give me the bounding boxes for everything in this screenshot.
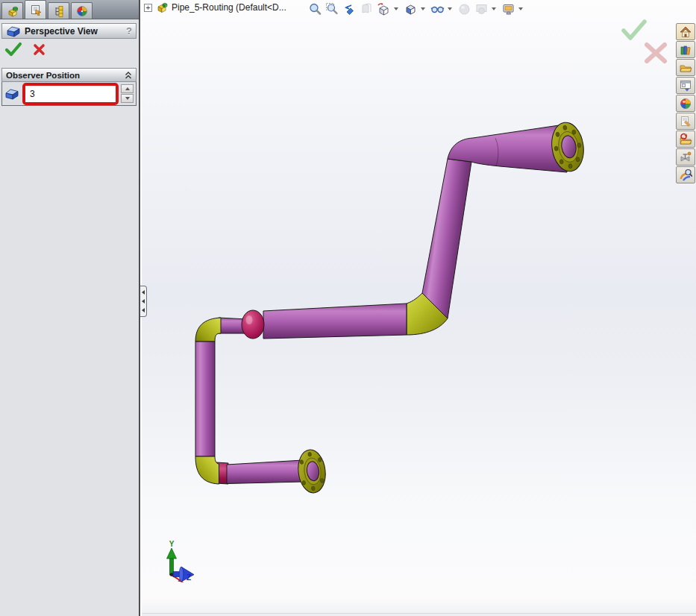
elbow-bottom[interactable] bbox=[195, 456, 219, 484]
view-orientation-button[interactable] bbox=[376, 1, 392, 16]
z-axis-cone-base bbox=[179, 567, 184, 582]
panel-splitter-handle[interactable] bbox=[140, 286, 147, 317]
view-palette-icon bbox=[679, 79, 692, 92]
task-pane-strip bbox=[676, 23, 696, 184]
tab-propertymanager[interactable] bbox=[25, 0, 46, 19]
solidworks-window: Perspective View ? Observer Position bbox=[0, 0, 696, 616]
file-explorer-button[interactable] bbox=[676, 59, 695, 76]
display-style-button[interactable] bbox=[403, 1, 418, 16]
glasses-icon bbox=[430, 2, 445, 16]
configurationmanager-icon bbox=[53, 5, 65, 17]
graphics-viewport[interactable]: Y Z + Pipe_5-Routing (Default<D... bbox=[142, 0, 696, 616]
zoom-to-area-icon bbox=[325, 2, 339, 16]
pipe-diagonal[interactable] bbox=[422, 159, 471, 318]
view-orientation-dropdown[interactable] bbox=[394, 7, 398, 10]
collapse-arrow-icon bbox=[142, 290, 145, 295]
pipe-assembly[interactable] bbox=[195, 120, 586, 494]
hide-show-items-button[interactable] bbox=[430, 1, 445, 16]
propertymanager-header: Perspective View ? bbox=[1, 23, 137, 39]
collapse-chevron-icon[interactable] bbox=[125, 72, 132, 79]
collapse-arrow-icon bbox=[142, 308, 145, 312]
tree-expand-box[interactable]: + bbox=[144, 4, 152, 12]
triad-origin bbox=[170, 573, 173, 576]
property-manager-panel: Perspective View ? Observer Position bbox=[0, 0, 140, 616]
display-style-dropdown[interactable] bbox=[421, 7, 425, 10]
color-sphere-icon bbox=[679, 97, 692, 110]
section-view-button[interactable] bbox=[359, 1, 374, 16]
help-icon[interactable]: ? bbox=[126, 25, 132, 37]
pipe-bottom[interactable] bbox=[227, 460, 303, 484]
tab-configurationmanager[interactable] bbox=[48, 2, 69, 19]
previous-view-icon bbox=[342, 2, 357, 16]
design-library-button[interactable] bbox=[676, 41, 695, 58]
apply-scene-dropdown[interactable] bbox=[492, 7, 496, 10]
tab-displaymanager[interactable] bbox=[71, 2, 93, 19]
apply-scene-button[interactable] bbox=[474, 1, 489, 16]
custom-properties-icon bbox=[679, 115, 692, 128]
appearance-sphere-icon bbox=[457, 2, 471, 16]
feature-tree-label[interactable]: Pipe_5-Routing (Default<D... bbox=[172, 2, 286, 13]
feature-tree-item[interactable]: + Pipe_5-Routing (Default<D... bbox=[144, 1, 286, 13]
z-axis-label: Z bbox=[186, 573, 191, 582]
ok-check-button[interactable] bbox=[4, 42, 22, 57]
confirmation-ok-button[interactable] bbox=[621, 19, 648, 43]
heads-up-toolbar bbox=[307, 1, 527, 16]
view-orientation-icon bbox=[377, 2, 391, 16]
featuremanager-icon bbox=[7, 5, 19, 17]
flange-bottom[interactable] bbox=[296, 448, 328, 494]
document-recovery-button[interactable] bbox=[676, 131, 695, 148]
pipe-middle[interactable] bbox=[263, 304, 407, 339]
zoom-to-area-button[interactable] bbox=[325, 1, 340, 16]
routing-library-manager-button[interactable] bbox=[676, 166, 695, 183]
spin-down-icon bbox=[125, 97, 130, 100]
hide-show-dropdown[interactable] bbox=[448, 7, 452, 10]
solidworks-resources-button[interactable] bbox=[676, 23, 695, 40]
observer-position-input[interactable] bbox=[25, 86, 116, 102]
home-icon bbox=[679, 25, 692, 39]
zoom-to-fit-button[interactable] bbox=[307, 1, 323, 16]
view-settings-button[interactable] bbox=[501, 1, 516, 16]
confirm-row bbox=[4, 42, 46, 57]
value-spinner bbox=[121, 84, 134, 103]
perspective-box-icon bbox=[6, 25, 21, 37]
folder-icon bbox=[679, 61, 692, 75]
elbow-middle-left[interactable] bbox=[195, 318, 221, 342]
zoom-to-fit-icon bbox=[308, 2, 322, 16]
valve-icon bbox=[679, 151, 692, 164]
highlighted-input-wrapper bbox=[22, 83, 119, 105]
observer-position-header[interactable]: Observer Position bbox=[1, 68, 137, 82]
previous-view-button[interactable] bbox=[342, 1, 357, 16]
books-icon bbox=[679, 43, 692, 57]
cancel-x-button[interactable] bbox=[33, 43, 46, 56]
pipe-vertical[interactable] bbox=[195, 342, 215, 456]
window-bottom-edge bbox=[142, 613, 696, 616]
confirmation-cancel-button[interactable] bbox=[643, 41, 668, 65]
display-style-icon bbox=[404, 2, 418, 16]
route-assembly-icon bbox=[155, 1, 169, 13]
view-settings-dropdown[interactable] bbox=[518, 7, 523, 10]
y-axis-label: Y bbox=[169, 540, 175, 548]
manager-tab-bar bbox=[0, 0, 139, 19]
tab-featuremanager-design-tree[interactable] bbox=[1, 2, 23, 19]
ball-fitting[interactable] bbox=[242, 310, 264, 339]
custom-properties-button[interactable] bbox=[676, 113, 695, 130]
view-palette-button[interactable] bbox=[676, 77, 695, 94]
ball-highlight bbox=[246, 315, 253, 324]
section-view-icon bbox=[360, 2, 374, 16]
apply-scene-icon bbox=[474, 2, 489, 16]
spin-down-button[interactable] bbox=[121, 94, 134, 103]
section-title: Observer Position bbox=[6, 71, 80, 80]
y-axis-arrow bbox=[167, 548, 177, 559]
spin-up-button[interactable] bbox=[121, 84, 134, 93]
routing-library-icon bbox=[679, 169, 692, 182]
spin-up-icon bbox=[125, 87, 130, 90]
recovery-folder-icon bbox=[679, 133, 692, 146]
edit-appearance-button[interactable] bbox=[457, 1, 472, 16]
propertymanager-icon bbox=[30, 4, 42, 16]
pipe-route-model[interactable]: Y Z bbox=[142, 0, 696, 616]
displaymanager-icon bbox=[76, 5, 88, 17]
appearances-scenes-button[interactable] bbox=[676, 95, 695, 112]
orientation-triad: Y Z bbox=[167, 540, 195, 582]
panel-title: Perspective View bbox=[25, 26, 98, 37]
routing-components-button[interactable] bbox=[676, 148, 695, 166]
